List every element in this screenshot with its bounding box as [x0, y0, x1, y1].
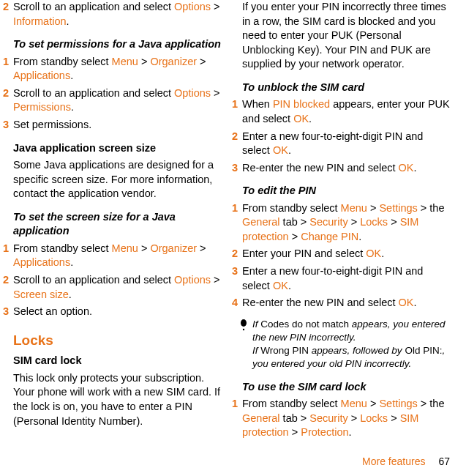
step-text: Enter a new four-to-eight-digit PIN and …	[242, 130, 451, 158]
subheading: SIM card lock	[13, 354, 222, 368]
step-number: 2	[3, 0, 13, 29]
list-item: 2 Enter your PIN and select OK.	[242, 247, 451, 261]
left-column: 2 Scroll to an application and select Op…	[13, 0, 222, 443]
note-box: If Codes do not match appears, you enter…	[242, 318, 451, 371]
step-text: When PIN blocked appears, enter your PUK…	[242, 97, 451, 126]
list-item: 1 From standby select Menu > Organizer >…	[13, 55, 222, 83]
list-item: 3 Enter a new four-to-eight-digit PIN an…	[242, 264, 451, 293]
heading-procedure: To edit the PIN	[242, 184, 451, 198]
step-text: From standby select Menu > Organizer > A…	[13, 55, 222, 83]
step-text: Scroll to an application and select Opti…	[13, 0, 222, 29]
list-item: 2 Scroll to an application and select Op…	[13, 0, 222, 29]
list-item: 3 Select an option.	[13, 305, 222, 319]
footer-section: More features	[362, 455, 425, 467]
heading-procedure: To unblock the SIM card	[242, 81, 451, 95]
step-number: 1	[3, 242, 13, 270]
step-text: Select an option.	[13, 305, 222, 319]
heading-procedure: To set the screen size for a Java applic…	[13, 210, 222, 239]
step-number: 3	[232, 161, 242, 176]
step-text: Set permissions.	[13, 118, 222, 133]
step-text: From standby select Menu > Organizer > A…	[13, 242, 222, 270]
step-number: 2	[232, 130, 242, 158]
svg-point-0	[241, 319, 247, 327]
paragraph: If you enter your PIN incorrectly three …	[242, 0, 451, 72]
list-item: 3 Re-enter the new PIN and select OK.	[242, 161, 451, 176]
heading-procedure: To use the SIM card lock	[242, 380, 451, 395]
heading-procedure: To set permissions for a Java applicatio…	[13, 37, 222, 52]
step-text: Re-enter the new PIN and select OK.	[242, 161, 451, 176]
list-item: 1 From standby select Menu > Settings > …	[242, 397, 451, 440]
step-text: Scroll to an application and select Opti…	[13, 273, 222, 302]
info-icon	[239, 318, 252, 371]
step-number: 1	[3, 55, 13, 83]
step-text: Scroll to an application and select Opti…	[13, 86, 222, 115]
page-number: 67	[438, 455, 450, 467]
list-item: 1 From standby select Menu > Organizer >…	[13, 242, 222, 270]
step-text: Enter your PIN and select OK.	[242, 247, 451, 261]
step-text: From standby select Menu > Settings > th…	[242, 201, 451, 245]
list-item: 2 Enter a new four-to-eight-digit PIN an…	[242, 130, 451, 158]
step-number: 2	[3, 86, 13, 115]
step-number: 4	[232, 296, 242, 310]
list-item: 4 Re-enter the new PIN and select OK.	[242, 296, 451, 310]
section-heading: Locks	[13, 331, 222, 350]
right-column: If you enter your PIN incorrectly three …	[242, 0, 451, 443]
list-item: 3 Set permissions.	[13, 118, 222, 133]
list-item: 2 Scroll to an application and select Op…	[13, 86, 222, 115]
step-text: Enter a new four-to-eight-digit PIN and …	[242, 264, 451, 293]
step-text: Re-enter the new PIN and select OK.	[242, 296, 451, 310]
step-number: 1	[232, 201, 242, 245]
note-text: If Codes do not match appears, you enter…	[252, 318, 451, 371]
step-number: 2	[232, 247, 242, 261]
step-text: From standby select Menu > Settings > th…	[242, 397, 451, 440]
svg-point-1	[243, 328, 244, 330]
step-number: 1	[232, 97, 242, 126]
page-footer: More features67	[362, 455, 450, 467]
list-item: 2 Scroll to an application and select Op…	[13, 273, 222, 302]
paragraph: Some Java applications are designed for …	[13, 158, 222, 201]
paragraph: This lock only protects your subscriptio…	[13, 371, 222, 428]
step-number: 3	[232, 264, 242, 293]
subheading: Java application screen size	[13, 141, 222, 156]
step-number: 3	[3, 305, 13, 319]
list-item: 1 From standby select Menu > Settings > …	[242, 201, 451, 245]
list-item: 1 When PIN blocked appears, enter your P…	[242, 97, 451, 126]
step-number: 1	[232, 397, 242, 440]
step-number: 2	[3, 273, 13, 302]
step-number: 3	[3, 118, 13, 133]
